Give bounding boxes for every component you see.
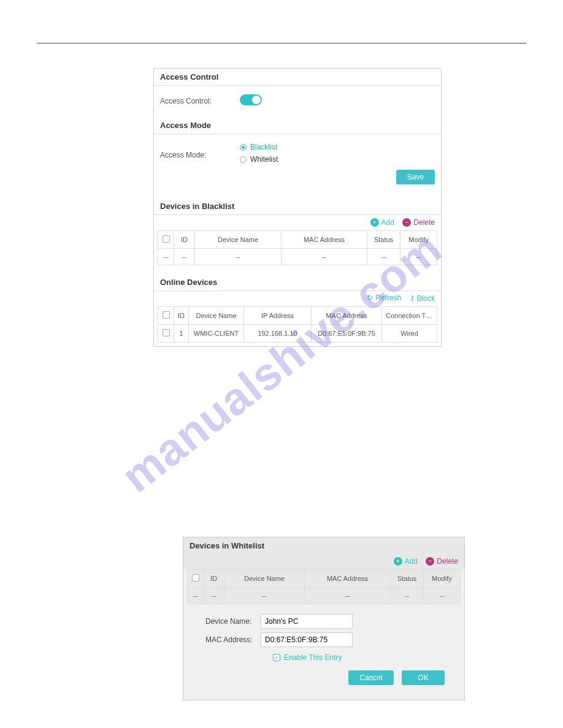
minus-icon: − [402, 218, 411, 227]
add-label: Add [381, 218, 394, 227]
cell: -- [282, 249, 367, 265]
access-mode-title: Access Mode [154, 113, 441, 134]
enable-entry-checkbox[interactable]: ✓ Enable This Entry [193, 651, 454, 662]
device-name-input[interactable] [261, 614, 353, 629]
radio-icon-whitelist [240, 156, 247, 163]
refresh-label: Refresh [375, 294, 401, 302]
col-conntype: Connection Type [382, 306, 437, 324]
col-ip: IP Address [244, 306, 312, 324]
blacklist-actions: + Add − Delete [154, 215, 441, 230]
col-devicename: Device Name [195, 231, 282, 249]
ok-button[interactable]: OK [402, 670, 445, 685]
delete-link[interactable]: − Delete [426, 557, 458, 566]
whitelist-form: Device Name: MAC Address: ✓ Enable This … [183, 604, 464, 700]
cell: -- [195, 249, 282, 265]
radio-whitelist[interactable]: Whitelist [240, 155, 435, 164]
access-mode-row: Access Mode: Blacklist Whitelist [154, 134, 441, 167]
cell: -- [400, 249, 437, 265]
col-id: ID [174, 306, 189, 324]
devices-blacklist-title: Devices in Blacklist [154, 194, 441, 214]
access-control-row: Access Control: [154, 86, 441, 113]
access-control-title: Access Control [154, 69, 441, 85]
table-header: ID Device Name MAC Address Status Modify [158, 231, 437, 249]
add-link[interactable]: + Add [394, 557, 418, 566]
col-id: ID [174, 231, 195, 249]
save-button[interactable]: Save [396, 170, 435, 184]
col-modify: Modify [400, 231, 437, 249]
col-mac: MAC Address [312, 306, 382, 324]
delete-label: Delete [413, 218, 435, 227]
cell: -- [424, 587, 461, 604]
refresh-icon: ↻ [367, 294, 373, 302]
col-status: Status [367, 231, 400, 249]
block-label: Block [417, 294, 435, 303]
access-control-toggle[interactable] [240, 94, 262, 105]
cell: WMIC-CLIENT [189, 324, 244, 342]
enable-entry-label: Enable This Entry [284, 653, 342, 662]
access-control-panel: Access Control Access Control: Access Mo… [153, 68, 442, 347]
cell: -- [188, 587, 204, 604]
blacklist-table: ID Device Name MAC Address Status Modify… [158, 230, 437, 265]
plus-icon: + [370, 218, 379, 227]
table-row: -- -- -- -- -- -- [158, 249, 437, 265]
save-row: Save [154, 167, 441, 194]
cell: -- [174, 249, 195, 265]
check-icon: ✓ [273, 654, 280, 661]
access-mode-label: Access Mode: [160, 151, 240, 159]
table-row: -- -- -- -- -- -- [188, 587, 461, 604]
select-all-checkbox[interactable] [163, 235, 170, 243]
radio-label-blacklist: Blacklist [250, 143, 277, 151]
block-link[interactable]: ⚷ Block [410, 294, 435, 303]
radio-label-whitelist: Whitelist [250, 155, 278, 164]
radio-blacklist[interactable]: Blacklist [240, 143, 435, 151]
delete-link[interactable]: − Delete [402, 218, 435, 227]
delete-label: Delete [437, 557, 458, 566]
table-row: 1 WMIC-CLIENT 192.168.1.10 D0:67:E5:0F:9… [158, 324, 437, 342]
device-name-label: Device Name: [193, 617, 261, 626]
select-all-checkbox[interactable] [163, 311, 170, 319]
table-header: ID Device Name MAC Address Status Modify [188, 569, 461, 587]
col-mac: MAC Address [305, 569, 391, 587]
whitelist-title: Devices in Whitelist [183, 537, 464, 554]
select-all-checkbox[interactable] [192, 574, 199, 582]
online-devices-title: Online Devices [154, 270, 441, 290]
whitelist-actions: + Add − Delete [183, 554, 464, 569]
mac-input[interactable] [261, 632, 353, 647]
cell: 1 [174, 324, 189, 342]
add-link[interactable]: + Add [370, 218, 394, 227]
mac-label: MAC Address: [193, 635, 261, 644]
cell: D0:67:E5:0F:9B:75 [312, 324, 382, 342]
col-id: ID [204, 569, 224, 587]
page-top-rule [37, 43, 526, 44]
radio-icon-blacklist [240, 144, 247, 151]
table-header: ID Device Name IP Address MAC Address Co… [158, 306, 437, 324]
cell: -- [204, 587, 224, 604]
col-mac: MAC Address [282, 231, 367, 249]
cell: -- [224, 587, 305, 604]
col-devicename: Device Name [224, 569, 305, 587]
minus-icon: − [426, 557, 434, 566]
whitelist-table: ID Device Name MAC Address Status Modify… [187, 569, 461, 604]
cell: -- [158, 249, 174, 265]
plus-icon: + [394, 557, 402, 566]
col-modify: Modify [424, 569, 461, 587]
cell: -- [367, 249, 400, 265]
online-devices-table: ID Device Name IP Address MAC Address Co… [158, 306, 437, 343]
key-icon: ⚷ [410, 294, 415, 302]
row-checkbox[interactable] [163, 329, 170, 336]
online-actions: ↻ Refresh ⚷ Block [154, 291, 441, 306]
cancel-button[interactable]: Cancel [348, 670, 393, 685]
access-control-label: Access Control: [160, 97, 240, 105]
col-devicename: Device Name [189, 306, 244, 324]
refresh-link[interactable]: ↻ Refresh [367, 294, 401, 302]
col-status: Status [391, 569, 424, 587]
cell: 192.168.1.10 [244, 324, 312, 342]
add-label: Add [405, 557, 418, 566]
devices-whitelist-panel: Devices in Whitelist + Add − Delete ID D… [183, 537, 465, 700]
cell: -- [305, 587, 391, 604]
cell: Wired [382, 324, 437, 342]
cell: -- [391, 587, 424, 604]
